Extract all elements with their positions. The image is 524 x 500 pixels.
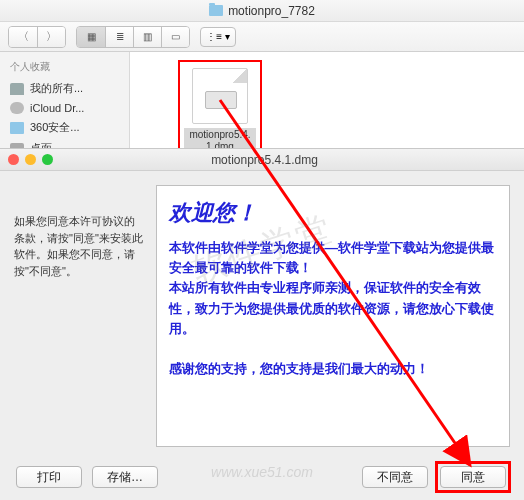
view-column-button[interactable]: ▥ — [133, 27, 161, 47]
disagree-button[interactable]: 不同意 — [362, 466, 428, 488]
license-paragraph: 本站所有软件由专业程序师亲测，保证软件的安全有效性，致力于为您提供最优质的软件资… — [169, 278, 497, 338]
license-text-box: 欢迎您！ 本软件由软件学堂为您提供—软件学堂下载站为您提供最安全最可靠的软件下载… — [156, 185, 510, 447]
finder-sidebar: 个人收藏 我的所有... iCloud Dr... 360安全... 桌面 — [0, 52, 130, 155]
arrange-dropdown[interactable]: ⋮≡ ▾ — [200, 27, 236, 47]
sidebar-section-header: 个人收藏 — [0, 58, 129, 78]
sidebar-item-home[interactable]: 我的所有... — [0, 78, 129, 99]
view-icon-button[interactable]: ▦ — [77, 27, 105, 47]
save-button[interactable]: 存储… — [92, 466, 158, 488]
dialog-titlebar: motionpro5.4.1.dmg — [0, 149, 524, 171]
folder-icon — [10, 122, 24, 134]
nav-back-forward: 〈 〉 — [8, 26, 66, 48]
view-gallery-button[interactable]: ▭ — [161, 27, 189, 47]
dialog-button-row: 打印 存储… 不同意 同意 — [0, 464, 524, 490]
print-button[interactable]: 打印 — [16, 466, 82, 488]
instructions-text: 如果您同意本许可协议的条款，请按"同意"来安装此软件。如果您不同意，请按"不同意… — [14, 185, 144, 447]
dialog-body: 如果您同意本许可协议的条款，请按"同意"来安装此软件。如果您不同意，请按"不同意… — [0, 171, 524, 461]
cloud-icon — [10, 102, 24, 114]
view-list-button[interactable]: ≣ — [105, 27, 133, 47]
finder-titlebar: motionpro_7782 — [0, 0, 524, 22]
sidebar-item-360[interactable]: 360安全... — [0, 117, 129, 138]
sidebar-item-icloud[interactable]: iCloud Dr... — [0, 99, 129, 117]
agree-button[interactable]: 同意 — [440, 466, 506, 488]
license-dialog: motionpro5.4.1.dmg 如果您同意本许可协议的条款，请按"同意"来… — [0, 148, 524, 500]
folder-icon — [209, 5, 223, 16]
dialog-title: motionpro5.4.1.dmg — [13, 153, 516, 167]
license-heading: 欢迎您！ — [169, 196, 497, 230]
finder-window: motionpro_7782 〈 〉 ▦ ≣ ▥ ▭ ⋮≡ ▾ 个人收藏 我的所… — [0, 0, 524, 155]
finder-body: 个人收藏 我的所有... iCloud Dr... 360安全... 桌面 mo… — [0, 52, 524, 155]
forward-button[interactable]: 〉 — [37, 27, 65, 47]
license-paragraph: 感谢您的支持，您的支持是我们最大的动力！ — [169, 359, 497, 379]
dmg-file-icon — [192, 68, 248, 124]
finder-toolbar: 〈 〉 ▦ ≣ ▥ ▭ ⋮≡ ▾ — [0, 22, 524, 52]
finder-title: motionpro_7782 — [228, 4, 315, 18]
finder-content: motionpro5.4.1.dmg — [130, 52, 524, 155]
view-mode-segmented: ▦ ≣ ▥ ▭ — [76, 26, 190, 48]
agree-highlight: 同意 — [438, 464, 508, 490]
file-item-dmg[interactable]: motionpro5.4.1.dmg — [180, 62, 260, 157]
sidebar-item-label: iCloud Dr... — [30, 102, 84, 114]
sidebar-item-label: 360安全... — [30, 120, 80, 135]
license-paragraph: 本软件由软件学堂为您提供—软件学堂下载站为您提供最安全最可靠的软件下载！ — [169, 238, 497, 278]
sidebar-item-label: 我的所有... — [30, 81, 83, 96]
back-button[interactable]: 〈 — [9, 27, 37, 47]
home-icon — [10, 83, 24, 95]
